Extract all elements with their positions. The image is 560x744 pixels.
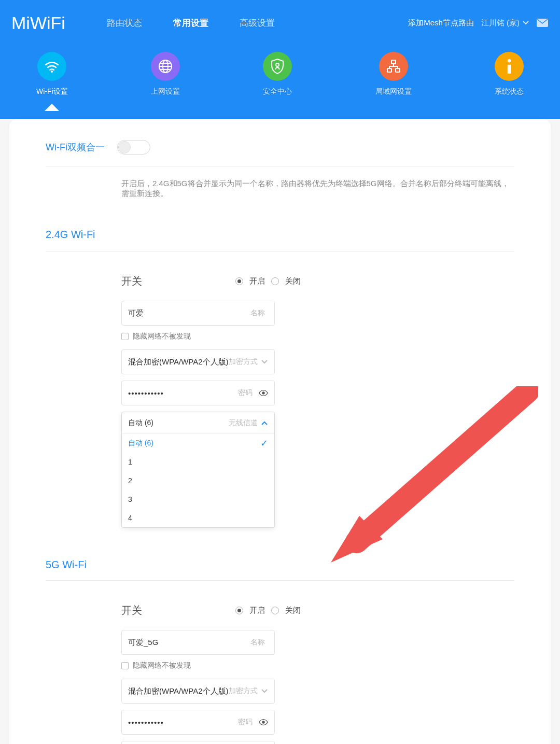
section-5g-title: 5G Wi-Fi: [46, 528, 514, 581]
svg-point-1: [51, 71, 53, 73]
switch-radios-24g: 开启 关闭: [235, 276, 301, 286]
globe-icon: [151, 52, 180, 81]
password-field-5g[interactable]: ••••••••••• 密码: [121, 710, 275, 735]
topnav: 路由状态 常用设置 高级设置: [107, 17, 275, 29]
channel-options-24g: 自动 (6) ✓ 1 2 3 4: [122, 434, 274, 527]
settings-panel: Wi-Fi双频合一 开启后，2.4G和5G将合并显示为同一个名称，路由器将优先为…: [9, 119, 551, 744]
nav-router-status[interactable]: 路由状态: [107, 17, 142, 29]
eye-icon[interactable]: [259, 389, 268, 397]
subnav-lan[interactable]: 局域网设置: [375, 52, 412, 96]
channel-option-1[interactable]: 1: [122, 453, 274, 471]
switch-radios-5g: 开启 关闭: [235, 606, 301, 615]
channel-option-2[interactable]: 2: [122, 471, 274, 490]
hide-network-row-5g[interactable]: 隐藏网络不被发现: [121, 661, 514, 670]
name-field-5g[interactable]: 可爱_5G 名称: [121, 630, 275, 655]
network-icon: [379, 52, 408, 81]
svg-line-11: [357, 391, 528, 542]
dualband-row: Wi-Fi双频合一: [46, 140, 514, 166]
form-5g: 开关 开启 关闭 可爱_5G 名称 隐藏网络不被发现 混合加密(WPA/WPA2…: [46, 581, 514, 744]
header: MiWiFi 路由状态 常用设置 高级设置 添加Mesh节点路由 江川铭 (家)…: [0, 0, 560, 119]
channel-select-24g[interactable]: 自动 (6) 无线信道: [122, 412, 274, 434]
name-field-24g[interactable]: 可爱 名称: [121, 301, 275, 326]
password-field-24g[interactable]: ••••••••••• 密码: [121, 381, 275, 405]
switch-label: 开关: [121, 274, 142, 288]
hide-checkbox-5g[interactable]: [121, 662, 129, 669]
radio-on-5g[interactable]: [235, 607, 243, 614]
hide-checkbox-24g[interactable]: [121, 333, 129, 340]
radio-off-5g[interactable]: [271, 607, 279, 614]
section-24g-title: 2.4G Wi-Fi: [46, 219, 514, 251]
channel-option-4[interactable]: 4: [122, 509, 274, 527]
name-value-24g: 可爱: [128, 308, 250, 318]
switch-row-5g: 开关 开启 关闭: [121, 589, 514, 630]
dualband-toggle[interactable]: [117, 140, 150, 155]
topbar: MiWiFi 路由状态 常用设置 高级设置 添加Mesh节点路由 江川铭 (家): [0, 4, 560, 41]
svg-point-4: [276, 63, 279, 66]
dualband-label: Wi-Fi双频合一: [46, 141, 105, 153]
subnav-system[interactable]: 系统状态: [495, 52, 524, 96]
channel-dropdown-24g: 自动 (6) 无线信道 自动 (6) ✓ 1 2 3 4: [121, 412, 275, 528]
encryption-field-24g[interactable]: 混合加密(WPA/WPA2个人版) 加密方式: [121, 349, 275, 374]
info-icon: [495, 52, 524, 81]
channel-field-5g[interactable]: 自动 (40) 无线信道: [121, 741, 275, 744]
hide-network-row-24g[interactable]: 隐藏网络不被发现: [121, 332, 514, 341]
chevron-down-icon: [523, 21, 529, 25]
svg-point-10: [262, 391, 264, 394]
switch-row-24g: 开关 开启 关闭: [121, 260, 514, 301]
svg-rect-7: [396, 68, 400, 72]
chevron-up-icon: [261, 420, 268, 426]
radio-off-24g[interactable]: [271, 277, 279, 285]
svg-rect-5: [391, 60, 396, 64]
form-24g: 开关 开启 关闭 可爱 名称 隐藏网络不被发现 混合加密(WPA/WPA2个人版…: [46, 251, 514, 528]
channel-option-auto[interactable]: 自动 (6) ✓: [122, 434, 274, 453]
dualband-desc: 开启后，2.4G和5G将合并显示为同一个名称，路由器将优先为终端选择5G网络。合…: [46, 166, 514, 199]
svg-point-8: [508, 59, 511, 62]
chevron-down-icon: [261, 359, 268, 364]
svg-point-13: [262, 721, 264, 723]
radio-on-24g[interactable]: [235, 277, 243, 285]
toggle-knob: [118, 141, 131, 153]
mail-icon[interactable]: [536, 18, 549, 27]
topbar-right: 添加Mesh节点路由 江川铭 (家): [408, 18, 549, 28]
subnav-security[interactable]: 安全中心: [263, 52, 292, 96]
add-mesh-link[interactable]: 添加Mesh节点路由: [408, 18, 474, 28]
user-menu[interactable]: 江川铭 (家): [481, 18, 529, 28]
eye-icon[interactable]: [259, 719, 268, 726]
svg-rect-6: [387, 68, 391, 72]
encryption-field-5g[interactable]: 混合加密(WPA/WPA2个人版) 加密方式: [121, 679, 275, 704]
chevron-down-icon: [261, 689, 268, 694]
user-name: 江川铭 (家): [481, 18, 520, 28]
subnav-wifi[interactable]: Wi-Fi设置: [36, 52, 68, 96]
nav-common-settings[interactable]: 常用设置: [173, 17, 208, 29]
subnav: Wi-Fi设置 上网设置 安全中心 局域网设置 系统状态: [0, 41, 560, 96]
shield-icon: [263, 52, 292, 81]
channel-option-3[interactable]: 3: [122, 490, 274, 509]
check-icon: ✓: [260, 438, 268, 449]
svg-rect-9: [508, 65, 511, 74]
subnav-internet[interactable]: 上网设置: [151, 52, 180, 96]
nav-advanced-settings[interactable]: 高级设置: [240, 17, 275, 29]
wifi-icon: [37, 52, 66, 81]
logo: MiWiFi: [11, 13, 65, 33]
